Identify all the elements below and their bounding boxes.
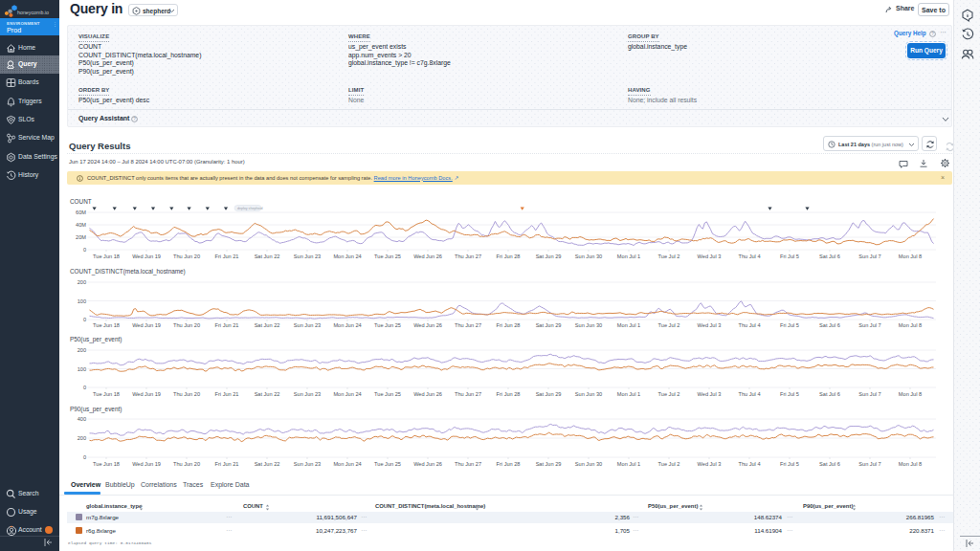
svg-text:200: 200 (78, 347, 86, 353)
svg-text:Wed Jun 19: Wed Jun 19 (132, 322, 161, 328)
svg-text:Mon Jun 24: Mon Jun 24 (333, 322, 361, 328)
svg-text:Sat Jun 22: Sat Jun 22 (255, 461, 280, 467)
svg-text:COUNT_DISTINCT(meta.local_host: COUNT_DISTINCT(meta.local_hostname) (70, 268, 186, 276)
svg-text:60M: 60M (76, 209, 86, 215)
svg-text:Mon Jul 1: Mon Jul 1 (617, 253, 640, 259)
svg-text:Sun Jun 23: Sun Jun 23 (294, 391, 321, 397)
svg-text:Fri Jun 28: Fri Jun 28 (497, 322, 521, 328)
svg-text:Wed Jun 19: Wed Jun 19 (132, 391, 161, 397)
svg-text:Mon Jul 1: Mon Jul 1 (617, 322, 640, 328)
svg-text:100: 100 (78, 366, 86, 372)
svg-text:0: 0 (83, 454, 86, 460)
svg-text:Fri Jun 21: Fri Jun 21 (215, 322, 239, 328)
svg-text:Sat Jul 6: Sat Jul 6 (819, 253, 840, 259)
svg-text:Tue Jun 18: Tue Jun 18 (93, 253, 120, 259)
svg-text:Mon Jul 8: Mon Jul 8 (899, 391, 922, 397)
svg-text:P50(us_per_event): P50(us_per_event) (70, 336, 122, 343)
svg-text:Fri Jun 21: Fri Jun 21 (215, 461, 239, 467)
svg-text:Fri Jul 5: Fri Jul 5 (780, 391, 799, 397)
svg-text:Sat Jun 29: Sat Jun 29 (536, 253, 562, 259)
svg-text:Fri Jul 5: Fri Jul 5 (780, 322, 799, 328)
svg-text:?: ? (133, 117, 136, 121)
svg-text:20M: 20M (76, 234, 86, 240)
svg-text:Sun Jun 23: Sun Jun 23 (294, 322, 321, 328)
svg-text:Wed Jun 26: Wed Jun 26 (413, 322, 442, 328)
svg-text:Wed Jun 26: Wed Jun 26 (413, 391, 442, 397)
svg-text:Thu Jun 20: Thu Jun 20 (173, 253, 200, 259)
svg-text:Thu Jun 27: Thu Jun 27 (455, 322, 481, 328)
svg-text:Thu Jun 27: Thu Jun 27 (455, 253, 481, 259)
svg-text:200: 200 (78, 279, 86, 285)
svg-text:P90(us_per_event): P90(us_per_event) (70, 406, 122, 413)
svg-text:Sat Jun 29: Sat Jun 29 (536, 391, 562, 397)
svg-text:400: 400 (78, 416, 86, 422)
svg-text:Tue Jun 18: Tue Jun 18 (93, 391, 120, 397)
svg-text:Tue Jul 2: Tue Jul 2 (658, 253, 680, 259)
svg-text:Sat Jun 22: Sat Jun 22 (255, 391, 280, 397)
svg-text:Wed Jun 26: Wed Jun 26 (413, 253, 442, 259)
svg-text:100: 100 (78, 298, 86, 304)
svg-text:Tue Jun 25: Tue Jun 25 (374, 461, 401, 467)
svg-text:Sun Jul 7: Sun Jul 7 (858, 391, 880, 397)
svg-text:Sun Jul 7: Sun Jul 7 (858, 461, 880, 467)
svg-text:Tue Jun 25: Tue Jun 25 (374, 253, 401, 259)
svg-text:Sun Jun 30: Sun Jun 30 (575, 461, 602, 467)
svg-text:Sun Jun 30: Sun Jun 30 (575, 322, 602, 328)
svg-text:Wed Jun 26: Wed Jun 26 (413, 461, 442, 467)
svg-text:Fri Jul 5: Fri Jul 5 (780, 461, 799, 467)
svg-text:Thu Jun 27: Thu Jun 27 (455, 391, 481, 397)
svg-text:Thu Jun 20: Thu Jun 20 (173, 461, 200, 467)
svg-text:Fri Jun 28: Fri Jun 28 (497, 253, 521, 259)
svg-text:Sun Jul 7: Sun Jul 7 (858, 253, 880, 259)
svg-text:Thu Jul 4: Thu Jul 4 (738, 461, 760, 467)
svg-text:Sat Jun 29: Sat Jun 29 (536, 461, 562, 467)
svg-text:Mon Jul 8: Mon Jul 8 (899, 253, 922, 259)
svg-text:Thu Jul 4: Thu Jul 4 (738, 391, 760, 397)
svg-text:Tue Jul 2: Tue Jul 2 (658, 322, 680, 328)
svg-text:Wed Jun 19: Wed Jun 19 (132, 461, 161, 467)
svg-text:Mon Jul 8: Mon Jul 8 (899, 461, 922, 467)
svg-text:COUNT: COUNT (70, 198, 92, 205)
svg-text:?: ? (931, 32, 934, 36)
svg-text:Mon Jun 24: Mon Jun 24 (333, 253, 361, 259)
svg-text:Fri Jul 5: Fri Jul 5 (780, 253, 799, 259)
svg-text:Wed Jul 3: Wed Jul 3 (698, 253, 722, 259)
svg-text:Wed Jul 3: Wed Jul 3 (698, 322, 722, 328)
svg-text:0: 0 (83, 317, 86, 322)
svg-text:0: 0 (83, 247, 86, 253)
svg-text:Wed Jul 3: Wed Jul 3 (698, 391, 722, 397)
svg-text:Thu Jul 4: Thu Jul 4 (738, 253, 760, 259)
svg-text:deploy shepherd: deploy shepherd (237, 207, 263, 210)
svg-text:Sat Jul 6: Sat Jul 6 (819, 391, 840, 397)
svg-text:Fri Jun 28: Fri Jun 28 (497, 391, 521, 397)
svg-text:Mon Jun 24: Mon Jun 24 (333, 391, 361, 397)
svg-text:Sat Jul 6: Sat Jul 6 (819, 322, 840, 328)
svg-text:Mon Jun 24: Mon Jun 24 (333, 461, 361, 467)
svg-text:40M: 40M (76, 222, 86, 228)
svg-text:Thu Jun 20: Thu Jun 20 (173, 322, 200, 328)
svg-text:Tue Jul 2: Tue Jul 2 (658, 461, 680, 467)
svg-text:Mon Jul 1: Mon Jul 1 (617, 391, 640, 397)
svg-text:Wed Jun 19: Wed Jun 19 (132, 253, 161, 259)
svg-text:Tue Jun 18: Tue Jun 18 (93, 322, 120, 328)
svg-text:Thu Jul 4: Thu Jul 4 (738, 322, 760, 328)
svg-text:Sat Jun 22: Sat Jun 22 (255, 253, 280, 259)
svg-text:honeycomb.io: honeycomb.io (17, 10, 49, 15)
svg-text:Sun Jun 30: Sun Jun 30 (575, 391, 602, 397)
svg-text:Tue Jun 25: Tue Jun 25 (374, 322, 401, 328)
svg-text:Thu Jun 20: Thu Jun 20 (173, 391, 200, 397)
svg-text:Wed Jul 3: Wed Jul 3 (698, 461, 722, 467)
svg-text:Thu Jun 27: Thu Jun 27 (455, 461, 481, 467)
svg-text:Sat Jun 29: Sat Jun 29 (536, 322, 562, 328)
svg-text:Tue Jul 2: Tue Jul 2 (658, 391, 680, 397)
svg-text:Fri Jun 21: Fri Jun 21 (215, 391, 239, 397)
svg-text:Sun Jun 30: Sun Jun 30 (575, 253, 602, 259)
svg-text:Sun Jun 23: Sun Jun 23 (294, 461, 321, 467)
svg-text:0: 0 (83, 385, 86, 390)
svg-text:Sat Jun 22: Sat Jun 22 (255, 322, 280, 328)
svg-text:Mon Jul 1: Mon Jul 1 (617, 461, 640, 467)
svg-text:Sun Jun 23: Sun Jun 23 (294, 253, 321, 259)
svg-text:Fri Jun 21: Fri Jun 21 (215, 253, 239, 259)
svg-text:Fri Jun 28: Fri Jun 28 (497, 461, 521, 467)
svg-text:Mon Jul 8: Mon Jul 8 (899, 322, 922, 328)
